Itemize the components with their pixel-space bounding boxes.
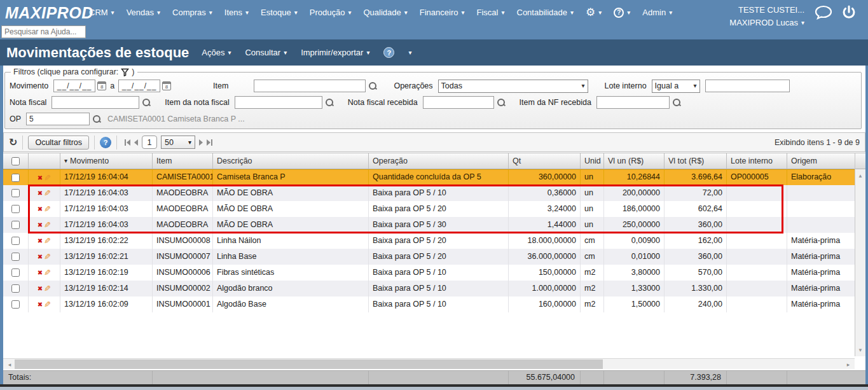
row-checkbox[interactable] [11,237,20,245]
column-header-lote[interactable]: Lote interno [727,153,787,169]
calendar-icon[interactable] [97,81,106,90]
edit-pencil-icon[interactable]: ✎ [44,185,51,201]
title-help-menu[interactable]: ? [383,47,394,58]
row-checkbox[interactable] [11,284,20,293]
edit-pencil-icon[interactable]: ✎ [44,265,51,281]
search-icon[interactable] [325,98,334,107]
edit-pencil-icon[interactable]: ✎ [44,249,51,265]
topnav-menu-item[interactable]: Produção ▾ [310,8,352,17]
scroll-left-icon[interactable]: ◂ [4,359,15,370]
table-row[interactable]: ✖ ✎ 13/12/19 16:02:22 INSUMO00008 Linha … [3,233,855,249]
delete-icon[interactable]: ✖ [38,281,43,296]
table-row[interactable]: ✖ ✎ 13/12/19 16:02:09 INSUMO00001 Algodã… [3,296,855,312]
hide-filters-button[interactable]: Ocultar filtros [28,136,89,150]
column-header-unid[interactable]: Unid [581,153,604,169]
topnav-menu-item[interactable]: Financeiro ▾ [420,8,465,17]
logout-power-icon[interactable] [841,5,857,20]
page-size-select[interactable]: 50 ▾ [161,136,195,149]
search-icon[interactable] [672,98,681,107]
vertical-scrollbar[interactable]: ▲ ▼ [855,153,865,356]
delete-icon[interactable]: ✖ [38,185,43,201]
search-icon[interactable] [497,98,506,107]
filters-legend[interactable]: Filtros (clique para configurar: ) [11,67,137,76]
table-row[interactable]: ✖ ✎ 13/12/19 16:02:14 INSUMO00002 Algodã… [3,281,855,296]
settings-menu[interactable]: ⚙ ▾ [586,7,602,18]
date-from-input[interactable] [53,80,95,92]
nota-fiscal-input[interactable] [52,96,139,109]
row-checkbox[interactable] [11,174,20,182]
delete-icon[interactable]: ✖ [38,201,43,217]
edit-pencil-icon[interactable]: ✎ [44,171,51,185]
topnav-menu-item[interactable]: Vendas ▾ [127,8,160,17]
search-icon[interactable] [142,98,151,107]
admin-menu[interactable]: Admin ▾ [642,8,672,17]
topnav-menu-item[interactable]: Fiscal ▾ [477,8,505,17]
horizontal-scrollbar[interactable]: ◂ ▸ [3,358,855,369]
search-icon[interactable] [368,81,377,90]
user-menu[interactable]: MAXIPROD Lucas ▾ [729,17,804,29]
delete-icon[interactable]: ✖ [38,171,43,185]
item-nota-fiscal-input[interactable] [235,96,322,109]
horizontal-scrollbar-thumb[interactable] [15,359,603,369]
item-nf-recebida-input[interactable] [596,96,670,109]
edit-pencil-icon[interactable]: ✎ [44,201,51,217]
edit-pencil-icon[interactable]: ✎ [44,217,51,233]
table-row[interactable]: ✖ ✎ 17/12/19 16:04:03 MAODEOBRA MÃO DE O… [3,217,855,233]
table-row[interactable]: ✖ ✎ 13/12/19 16:02:21 INSUMO00007 Linha … [3,249,855,265]
first-page-button[interactable] [125,139,130,146]
row-checkbox[interactable] [11,205,20,213]
delete-icon[interactable]: ✖ [38,265,43,281]
column-header-descricao[interactable]: Descrição [213,153,369,169]
op-input[interactable] [26,113,90,125]
row-checkbox[interactable] [11,300,20,309]
table-row[interactable]: ✖ ✎ 17/12/19 16:04:03 MAODEOBRA MÃO DE O… [3,201,855,217]
lote-interno-input[interactable] [705,80,790,92]
item-filter-input[interactable] [254,80,366,92]
column-header-item[interactable]: Item [153,153,213,169]
help-menu[interactable]: ? ▾ [614,8,630,18]
title-menu-item[interactable]: Imprimir/exportar ▾ [301,48,369,57]
table-row[interactable]: ✖ ✎ 13/12/19 16:02:19 INSUMO00006 Fibras… [3,265,855,281]
row-checkbox[interactable] [11,268,20,277]
column-header-origem[interactable]: Origem [787,153,855,169]
scroll-up-icon[interactable]: ▲ [855,171,865,181]
row-checkbox[interactable] [11,253,20,261]
previous-page-button[interactable] [134,139,138,146]
next-page-button[interactable] [199,139,203,146]
select-all-checkbox[interactable] [11,157,20,165]
current-page-input[interactable]: 1 [142,136,157,149]
date-to-input[interactable] [118,80,160,92]
calendar-icon[interactable] [162,81,171,90]
column-header-qt[interactable]: Qt [509,153,581,169]
column-header-vltot[interactable]: Vl tot (R$) [665,153,727,169]
delete-icon[interactable]: ✖ [38,217,43,233]
topnav-menu-item[interactable]: Itens ▾ [224,8,249,17]
title-menu-item[interactable]: Ações ▾ [202,48,231,57]
topnav-menu-item[interactable]: Compras ▾ [172,8,212,17]
search-icon[interactable] [92,115,101,123]
topnav-menu-item[interactable]: CRM ▾ [89,8,114,17]
scroll-right-icon[interactable]: ▸ [843,359,853,370]
edit-pencil-icon[interactable]: ✎ [44,281,51,296]
delete-icon[interactable]: ✖ [38,296,43,312]
topnav-menu-item[interactable]: Qualidade ▾ [363,8,407,17]
last-page-button[interactable] [207,139,212,146]
chevron-down-icon[interactable]: ▾ [408,50,411,56]
column-header-operacao[interactable]: Operação [369,153,509,169]
help-search-input[interactable] [1,25,86,38]
delete-icon[interactable]: ✖ [38,233,43,249]
table-row[interactable]: ✖ ✎ 17/12/19 16:04:03 MAODEOBRA MÃO DE O… [3,185,855,201]
title-menu-item[interactable]: Consultar ▾ [245,48,287,57]
grid-help-icon[interactable]: ? [100,137,111,148]
scroll-down-icon[interactable]: ▼ [855,345,865,355]
edit-pencil-icon[interactable]: ✎ [44,233,51,249]
nota-fiscal-recebida-input[interactable] [423,96,494,109]
column-header-movimento[interactable]: ▾ Movimento [60,153,153,169]
topnav-menu-item[interactable]: Estoque ▾ [261,8,298,17]
column-header-vlun[interactable]: Vl un (R$) [604,153,665,169]
chat-icon[interactable] [815,5,832,20]
refresh-icon[interactable]: ↻ [9,136,17,148]
delete-icon[interactable]: ✖ [38,249,43,265]
table-row[interactable]: ✖ ✎ 17/12/19 16:04:04 CAMISETA0001 Camis… [3,169,855,185]
lote-operator-select[interactable]: Igual a ▾ [652,80,700,93]
